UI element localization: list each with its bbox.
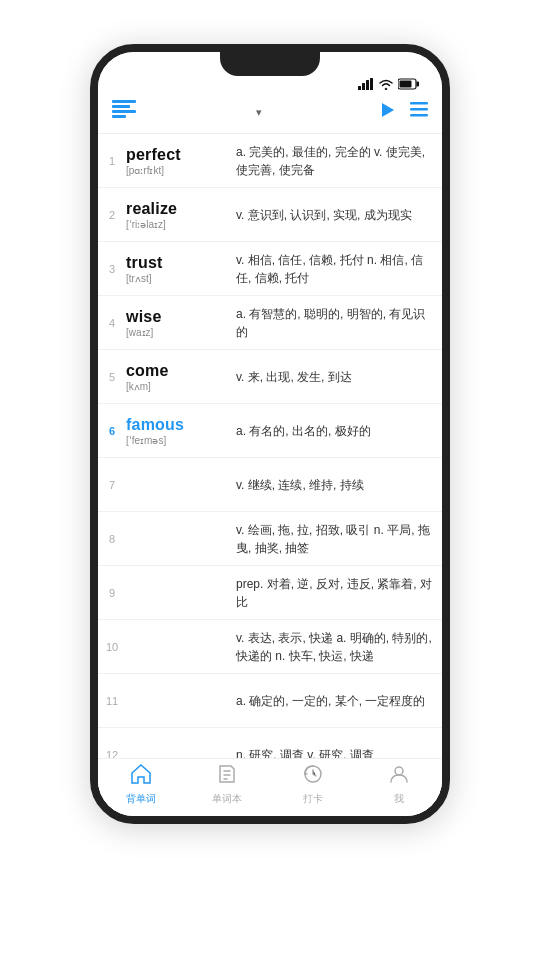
word-phonetic: [trʌst] (126, 273, 236, 284)
home-icon (130, 763, 152, 790)
svg-rect-0 (358, 86, 361, 90)
word-left-panel: realize[ˈriːəlaɪz] (126, 198, 236, 232)
signal-icon (358, 78, 374, 92)
svg-rect-7 (112, 100, 136, 103)
word-chinese: a. 有智慧的, 聪明的, 明智的, 有见识的 (236, 305, 442, 341)
nav-item-flashcard[interactable]: 打卡 (270, 763, 356, 806)
nav-label-profile: 我 (394, 792, 404, 806)
profile-icon (388, 763, 410, 790)
table-row[interactable]: 7v. 继续, 连续, 维持, 持续 (98, 458, 442, 512)
word-number: 12 (98, 749, 126, 759)
word-number: 7 (98, 479, 126, 491)
status-bar (98, 52, 442, 94)
svg-rect-5 (417, 82, 420, 87)
table-row[interactable]: 4wise[waɪz]a. 有智慧的, 聪明的, 明智的, 有见识的 (98, 296, 442, 350)
header: ▾ (98, 94, 442, 134)
nav-label-wordbook: 单词本 (212, 792, 242, 806)
svg-marker-11 (382, 103, 394, 117)
wifi-icon (378, 78, 394, 92)
svg-rect-14 (410, 114, 428, 117)
word-left-panel: trust[trʌst] (126, 252, 236, 286)
nav-label-home: 背单词 (126, 792, 156, 806)
word-number: 11 (98, 695, 126, 707)
svg-rect-3 (370, 78, 373, 90)
svg-rect-12 (410, 102, 428, 105)
table-row[interactable]: 6famous[ˈfeɪməs]a. 有名的, 出名的, 极好的 (98, 404, 442, 458)
table-row[interactable]: 3trust[trʌst]v. 相信, 信任, 信赖, 托付 n. 相信, 信任… (98, 242, 442, 296)
table-row[interactable]: 9prep. 对着, 逆, 反对, 违反, 紧靠着, 对比 (98, 566, 442, 620)
word-chinese: v. 意识到, 认识到, 实现, 成为现实 (236, 206, 442, 224)
word-chinese: v. 相信, 信任, 信赖, 托付 n. 相信, 信任, 信赖, 托付 (236, 251, 442, 287)
word-number: 10 (98, 641, 126, 653)
app-logo-icon[interactable] (112, 100, 136, 125)
word-english: perfect (126, 146, 236, 164)
word-phonetic: [kʌm] (126, 381, 236, 392)
word-left-panel (126, 698, 236, 703)
word-left-panel (126, 482, 236, 487)
table-row[interactable]: 11a. 确定的, 一定的, 某个, 一定程度的 (98, 674, 442, 728)
svg-rect-10 (112, 115, 126, 118)
svg-rect-1 (362, 83, 365, 90)
word-left-panel (126, 644, 236, 649)
svg-rect-6 (400, 81, 412, 88)
word-number: 3 (98, 263, 126, 275)
word-chinese: a. 完美的, 最佳的, 完全的 v. 使完美, 使完善, 使完备 (236, 143, 442, 179)
word-number: 4 (98, 317, 126, 329)
word-phonetic: [pɑːrfɪkt] (126, 165, 236, 176)
menu-button[interactable] (410, 102, 428, 123)
word-english: realize (126, 200, 236, 218)
word-left-panel: famous[ˈfeɪməs] (126, 414, 236, 448)
word-english: wise (126, 308, 236, 326)
flashcard-icon (302, 763, 324, 790)
word-chinese: prep. 对着, 逆, 反对, 违反, 紧靠着, 对比 (236, 575, 442, 611)
word-left-panel: come[kʌm] (126, 360, 236, 394)
nav-item-profile[interactable]: 我 (356, 763, 442, 806)
word-english: trust (126, 254, 236, 272)
word-chinese: v. 继续, 连续, 维持, 持续 (236, 476, 442, 494)
word-number: 8 (98, 533, 126, 545)
word-chinese: n. 研究, 调查 v. 研究, 调查 (236, 746, 442, 759)
table-row[interactable]: 10v. 表达, 表示, 快递 a. 明确的, 特别的, 快递的 n. 快车, … (98, 620, 442, 674)
word-left-panel (126, 536, 236, 541)
word-number: 9 (98, 587, 126, 599)
word-number: 2 (98, 209, 126, 221)
word-left-panel: perfect[pɑːrfɪkt] (126, 144, 236, 178)
wordbook-icon (216, 763, 238, 790)
word-left-panel: wise[waɪz] (126, 306, 236, 340)
nav-item-home[interactable]: 背单词 (98, 763, 184, 806)
header-actions (378, 101, 428, 124)
word-chinese: v. 表达, 表示, 快递 a. 明确的, 特别的, 快递的 n. 快车, 快运… (236, 629, 442, 665)
word-english: famous (126, 416, 236, 434)
svg-rect-2 (366, 80, 369, 90)
table-row[interactable]: 12n. 研究, 调查 v. 研究, 调查 (98, 728, 442, 758)
battery-icon (398, 78, 420, 92)
play-button[interactable] (378, 101, 396, 124)
word-phonetic: [waɪz] (126, 327, 236, 338)
table-row[interactable]: 1perfect[pɑːrfɪkt]a. 完美的, 最佳的, 完全的 v. 使完… (98, 134, 442, 188)
table-row[interactable]: 2realize[ˈriːəlaɪz]v. 意识到, 认识到, 实现, 成为现实 (98, 188, 442, 242)
word-list: 1perfect[pɑːrfɪkt]a. 完美的, 最佳的, 完全的 v. 使完… (98, 134, 442, 758)
word-chinese: v. 来, 出现, 发生, 到达 (236, 368, 442, 386)
word-number: 1 (98, 155, 126, 167)
screen: ▾ 1perfect[pɑːrfɪkt]a. 完美的, (98, 52, 442, 816)
word-chinese: v. 绘画, 拖, 拉, 招致, 吸引 n. 平局, 拖曳, 抽奖, 抽签 (236, 521, 442, 557)
svg-point-16 (395, 767, 403, 775)
nav-item-wordbook[interactable]: 单词本 (184, 763, 270, 806)
nav-label-flashcard: 打卡 (303, 792, 323, 806)
svg-rect-8 (112, 105, 130, 108)
word-left-panel (126, 752, 236, 757)
word-number: 6 (98, 425, 126, 437)
chevron-down-icon: ▾ (256, 106, 262, 119)
word-phonetic: [ˈfeɪməs] (126, 435, 236, 446)
word-english: come (126, 362, 236, 380)
table-row[interactable]: 8v. 绘画, 拖, 拉, 招致, 吸引 n. 平局, 拖曳, 抽奖, 抽签 (98, 512, 442, 566)
bottom-nav: 背单词单词本打卡我 (98, 758, 442, 816)
phone-frame: ▾ 1perfect[pɑːrfɪkt]a. 完美的, (90, 44, 450, 824)
word-left-panel (126, 590, 236, 595)
status-icons (358, 78, 424, 92)
word-chinese: a. 有名的, 出名的, 极好的 (236, 422, 442, 440)
list-selector[interactable]: ▾ (252, 106, 262, 119)
table-row[interactable]: 5come[kʌm]v. 来, 出现, 发生, 到达 (98, 350, 442, 404)
word-number: 5 (98, 371, 126, 383)
svg-rect-9 (112, 110, 136, 113)
